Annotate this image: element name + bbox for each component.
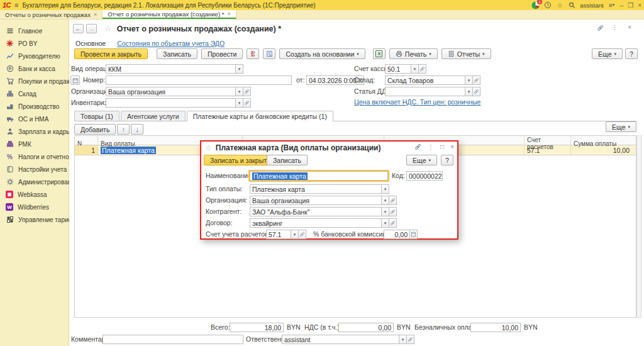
document-structure-button[interactable] [263,48,275,59]
debit-credit-button[interactable]: ДтКт [247,48,259,59]
total-input[interactable]: 18,00 [230,323,284,332]
dialog-save-close-button[interactable]: Записать и закрыть [204,155,276,165]
number-input[interactable] [106,75,292,85]
excel-export-button[interactable]: X [373,48,386,59]
get-link-icon[interactable] [414,143,421,150]
set-number-button[interactable] [70,75,80,85]
post-button[interactable]: Провести [201,48,243,59]
sidebar-item-purchases-sales[interactable]: Покупки и продажи [0,75,69,87]
contractor-combo[interactable]: ЗАО "Альфа-Банк"▾ [250,207,397,216]
cashless-input[interactable]: 10,00 [470,323,521,332]
minimize-icon[interactable]: – [620,2,624,9]
dropdown-icon[interactable]: ▾ [291,230,299,239]
table-scrollbar[interactable] [636,135,641,318]
post-and-close-button[interactable]: Провести и закрыть [74,48,148,59]
dropdown-icon[interactable]: ▾ [382,207,389,216]
service-menu-icon[interactable]: ≡▾ [608,1,616,9]
cell-account[interactable]: 57.1 [525,145,571,155]
organization-combo[interactable]: Ваша организация▾ [250,196,397,205]
dropdown-icon[interactable]: ▾ [465,75,473,85]
tab-agent-services[interactable]: Агентские услуги [121,111,186,121]
open-link-icon[interactable] [407,335,414,344]
get-link-icon[interactable] [597,25,604,31]
inventory-combo[interactable]: ▾ [106,98,251,108]
tab-retail-sales-new[interactable]: Отчет о розничных продажах (создание) * … [103,10,236,19]
calculator-icon[interactable] [410,230,418,239]
contract-combo[interactable]: эквайринг▾ [250,218,397,228]
save-button[interactable]: Записать [157,48,197,59]
sidebar-item-accounting-settings[interactable]: Настройки учета [0,163,69,176]
tab-payment-cards[interactable]: Платежные карты и банковские кредиты (1) [187,111,333,121]
favorite-star-icon[interactable]: ☆ [205,143,212,152]
sidebar-item-production[interactable]: Производство [0,100,69,113]
dialog-help-button[interactable]: ? [441,155,453,165]
sidebar-item-administration[interactable]: Администрирование [0,176,69,188]
history-icon[interactable] [544,1,552,9]
cash-account-combo[interactable]: 50.1▾ [385,64,426,74]
move-down-button[interactable]: ↓ [131,124,143,135]
nav-edo-states-link[interactable]: Состояния по объектам учета ЭДО [117,40,225,47]
dropdown-icon[interactable]: ▾ [465,87,473,96]
table-more-button[interactable]: Еще▾ [606,121,636,132]
maximize-icon[interactable]: □ [440,143,444,150]
more-dots-icon[interactable]: ⋮ [611,24,618,31]
open-link-icon[interactable] [389,207,397,216]
current-user[interactable]: assistant [580,2,604,9]
price-includes-vat-link[interactable]: Цена включает НДС. Тип цен: розничные [354,98,480,106]
dropdown-icon[interactable]: ▾ [382,184,389,194]
close-form-icon[interactable]: × [628,24,631,31]
organization-combo[interactable]: Ваша организация▾ [106,87,251,96]
restore-icon[interactable]: ❐ [628,2,633,9]
search-icon[interactable] [568,1,575,9]
dialog-more-button[interactable]: Еще▾ [406,155,437,165]
sidebar-item-salary-hr[interactable]: Зарплата и кадры [0,125,69,138]
open-link-icon[interactable] [243,87,251,96]
sidebar-item-taxes[interactable]: %Налоги и отчетность [0,150,69,163]
main-menu-icon[interactable]: ≡ [14,1,18,9]
warehouse-combo[interactable]: Склад Товаров▾ [385,75,480,85]
help-button[interactable]: ? [625,48,638,59]
responsible-combo[interactable]: assistant▾ [282,335,414,344]
sidebar-item-tariff[interactable]: Управление тарифом [0,213,69,226]
dropdown-icon[interactable]: ▾ [236,87,243,96]
sidebar-item-po-by[interactable]: ✳РО BY [0,37,69,50]
dropdown-icon[interactable]: ▾ [382,218,389,228]
open-link-icon[interactable] [243,98,251,108]
sidebar-item-manager[interactable]: Руководителю [0,50,69,62]
dropdown-icon[interactable]: ▾ [236,64,243,74]
nav-main[interactable]: Основное [75,40,106,47]
favorite-star-icon[interactable]: ☆ [104,24,112,33]
open-link-icon[interactable] [473,87,480,96]
tab-goods[interactable]: Товары (1) [74,111,119,121]
move-up-button[interactable]: ↑ [117,124,130,135]
vat-input[interactable]: 0,00 [338,323,394,332]
form-more-button[interactable]: Еще▾ [592,48,623,59]
comment-input[interactable] [103,335,243,344]
dropdown-icon[interactable]: ▾ [411,64,419,74]
code-input[interactable]: 000000022 [406,171,443,181]
open-link-icon[interactable] [389,196,397,205]
back-button[interactable]: ← [73,24,84,33]
payment-type-combo[interactable]: Платежная карта▾ [250,184,389,194]
forward-button[interactable]: → [86,24,97,33]
close-tab-icon[interactable]: × [227,11,230,17]
tab-retail-sales-list[interactable]: Отчеты о розничных продажах × [0,10,103,19]
open-link-icon[interactable] [473,75,480,85]
create-based-on-button[interactable]: Создать на основании▾ [279,48,365,59]
cell-amount[interactable]: 10,00 [571,145,632,155]
sidebar-item-bank-cash[interactable]: Банк и касса [0,62,69,75]
favorites-star-icon[interactable]: ☆ [556,1,564,9]
name-input[interactable]: Платежная карта [248,170,389,182]
print-button[interactable]: Печать▾ [389,48,438,59]
open-link-icon[interactable] [419,64,426,74]
dropdown-icon[interactable]: ▾ [382,196,389,205]
sidebar-item-fixed-assets[interactable]: ОС и НМА [0,113,69,125]
reports-button[interactable]: Отчеты▾ [441,48,491,59]
sidebar-item-warehouse[interactable]: Склад [0,87,69,100]
operation-kind-combo[interactable]: ККМ▾ [106,64,243,74]
close-dialog-icon[interactable]: × [450,143,454,150]
sidebar-item-main[interactable]: Главное [0,25,69,37]
open-link-icon[interactable] [389,218,397,228]
dds-article-combo[interactable]: ▾ [385,87,480,96]
notification-center-icon[interactable]: 1 [531,1,540,9]
